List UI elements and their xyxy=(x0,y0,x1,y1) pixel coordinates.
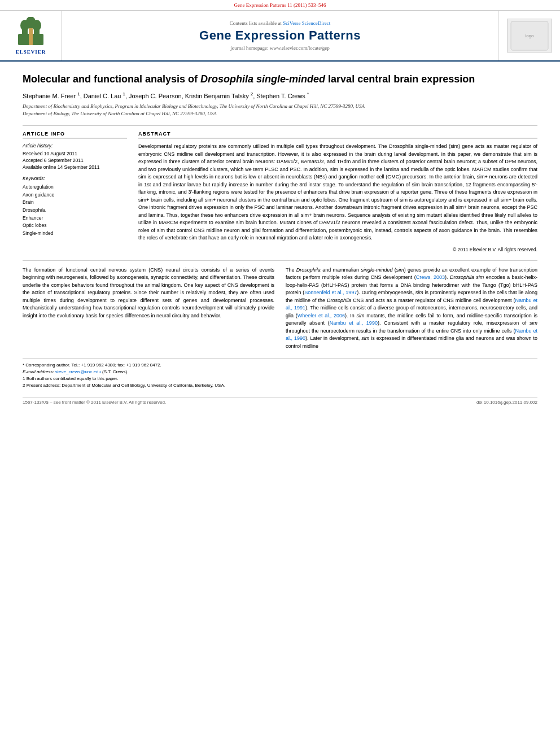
keyword-item: Autoregulation xyxy=(23,184,127,191)
svg-rect-6 xyxy=(29,28,33,45)
sciverse-link-text[interactable]: SciVerse ScienceDirect xyxy=(283,20,330,26)
keyword-item: Drosophila xyxy=(23,207,127,215)
accepted-date: Accepted 6 September 2011 xyxy=(23,158,127,163)
footnotes-section: * Corresponding author. Tel.: +1 919 962… xyxy=(23,358,537,389)
ref-crews-2003[interactable]: Crews, 2003 xyxy=(416,274,445,280)
ref-nambu-1991[interactable]: Nambu et al., 1991 xyxy=(286,298,537,311)
affiliations: Department of Biochemistry and Biophysic… xyxy=(23,103,537,117)
journal-citation-banner: Gene Expression Patterns 11 (2011) 533–5… xyxy=(0,0,560,11)
footnote-1: 1 Both authors contributed equally to th… xyxy=(23,375,537,382)
ref-nambu-1990b[interactable]: Nambu et al., 1990 xyxy=(286,328,537,342)
available-date: Available online 14 September 2011 xyxy=(23,164,127,170)
article-info-column: ARTICLE INFO Article history: Received 1… xyxy=(23,131,127,252)
publisher-logo-icon: logo xyxy=(510,20,549,51)
footnote-2: 2 Present address: Department of Molecul… xyxy=(23,382,537,389)
svg-text:logo: logo xyxy=(525,33,534,38)
body-text-section: The formation of functional central nerv… xyxy=(23,260,537,351)
elsevier-tree-icon xyxy=(15,17,46,48)
keywords-label: Keywords: xyxy=(23,176,127,181)
bottom-bar: 1567-133X/$ – see front matter © 2011 El… xyxy=(23,397,537,405)
abstract-heading: ABSTRACT xyxy=(138,131,537,138)
elsevier-logo: ELSEVIER xyxy=(15,17,46,55)
doi-text: doi:10.1016/j.gep.2011.09.002 xyxy=(476,400,537,405)
keywords-list: Autoregulation Axon guidance Brain Droso… xyxy=(23,184,127,237)
journal-citation-text: Gene Expression Patterns 11 (2011) 533–5… xyxy=(234,2,326,8)
received-date: Received 10 August 2011 xyxy=(23,151,127,156)
ref-sonnenfeld-1997[interactable]: Sonnenfeld et al., 1997 xyxy=(304,290,357,295)
article-history-label: Article history: xyxy=(23,143,127,148)
article-info-abstract-section: ARTICLE INFO Article history: Received 1… xyxy=(23,125,537,252)
keyword-item: Enhancer xyxy=(23,215,127,222)
body-para-1: The formation of functional central nerv… xyxy=(23,267,274,320)
footnote-corresponding: * Corresponding author. Tel.: +1 919 962… xyxy=(23,362,537,369)
article-info-heading: ARTICLE INFO xyxy=(23,131,127,138)
keyword-item: Optic lobes xyxy=(23,222,127,230)
body-column-1: The formation of functional central nerv… xyxy=(23,267,274,351)
journal-header: ELSEVIER Contents lists available at Sci… xyxy=(0,11,560,62)
journal-title-area: Contents lists available at SciVerse Sci… xyxy=(62,11,498,60)
abstract-column: ABSTRACT Developmental regulatory protei… xyxy=(138,131,537,252)
body-para-2: The Drosophila and mammalian single-mind… xyxy=(286,267,537,351)
elsevier-text: ELSEVIER xyxy=(15,49,46,55)
right-logo-area: logo xyxy=(498,11,560,60)
issn-text: 1567-133X/$ – see front matter © 2011 El… xyxy=(23,400,166,405)
email-link[interactable]: steve_crews@unc.edu xyxy=(55,369,101,374)
elsevier-logo-area: ELSEVIER xyxy=(0,11,62,60)
journal-title: Gene Expression Patterns xyxy=(199,28,361,43)
footnote-email: E-mail address: steve_crews@unc.edu (S.T… xyxy=(23,369,537,375)
ref-nambu-1990[interactable]: Nambu et al., 1990 xyxy=(330,320,378,326)
sciverse-link: Contents lists available at SciVerse Sci… xyxy=(230,20,331,26)
copyright-line: © 2011 Elsevier B.V. All rights reserved… xyxy=(138,247,537,252)
keyword-item: Axon guidance xyxy=(23,191,127,199)
article-title: Molecular and functional analysis of Dro… xyxy=(23,73,537,86)
ref-wheeler-2006[interactable]: Wheeler et al., 2006 xyxy=(298,313,345,318)
journal-homepage: journal homepage: www.elsevier.com/locat… xyxy=(230,45,329,51)
svg-point-5 xyxy=(26,17,36,29)
keyword-item: Single-minded xyxy=(23,230,127,238)
publisher-logo: logo xyxy=(507,19,552,53)
keyword-item: Brain xyxy=(23,199,127,207)
authors-line: Stephanie M. Freer 1, Daniel C. Lau 1, J… xyxy=(23,91,537,99)
abstract-text: Developmental regulatory proteins are co… xyxy=(138,143,537,242)
body-column-2: The Drosophila and mammalian single-mind… xyxy=(286,267,537,351)
main-content: Molecular and functional analysis of Dro… xyxy=(0,62,560,410)
